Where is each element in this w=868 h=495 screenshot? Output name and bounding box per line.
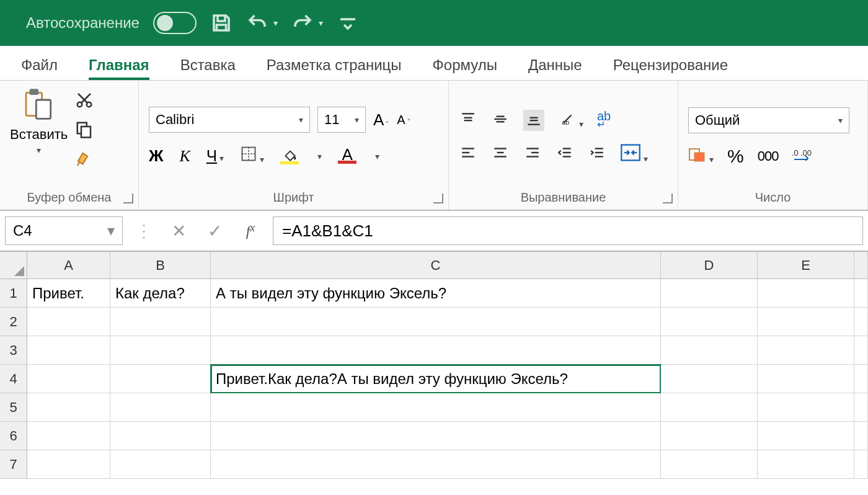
cell-E6[interactable] (758, 422, 854, 450)
align-right-icon[interactable] (523, 145, 542, 163)
format-painter-icon[interactable] (75, 150, 94, 169)
cell-A6[interactable] (27, 422, 110, 450)
cell-tail-2[interactable] (854, 308, 868, 336)
row-header-5[interactable]: 5 (0, 393, 27, 422)
fill-color-button[interactable] (280, 148, 299, 164)
align-middle-icon[interactable] (491, 111, 510, 130)
insert-function-icon[interactable]: fx (237, 223, 264, 239)
cell-tail-4[interactable] (854, 365, 868, 393)
autosave-toggle[interactable] (153, 12, 197, 34)
row-header-1[interactable]: 1 (0, 279, 27, 308)
cell-D5[interactable] (661, 393, 758, 422)
wrap-text-icon[interactable]: ab↵ (597, 112, 611, 129)
cell-B1[interactable]: Как дела? (110, 279, 211, 308)
cell-A1[interactable]: Привет. (27, 279, 110, 308)
col-header-a[interactable]: A (27, 252, 110, 279)
cell-D7[interactable] (661, 450, 758, 479)
decrease-font-icon[interactable]: A˅ (397, 113, 410, 127)
cell-C3[interactable] (211, 336, 661, 365)
save-icon[interactable] (210, 12, 232, 34)
name-box[interactable]: C4 ▾ (5, 216, 123, 245)
tab-review[interactable]: Рецензирование (613, 56, 728, 80)
cell-C2[interactable] (211, 308, 661, 336)
cell-tail-5[interactable] (854, 393, 868, 422)
paste-label[interactable]: Вставить (10, 127, 68, 143)
cell-E4[interactable] (758, 365, 854, 393)
cell-B3[interactable] (110, 336, 211, 365)
tab-page-layout[interactable]: Разметка страницы (267, 56, 402, 80)
tab-formulas[interactable]: Формулы (433, 56, 497, 80)
cell-B6[interactable] (110, 422, 211, 450)
paste-dropdown[interactable]: ▾ (37, 145, 41, 155)
cell-C6[interactable] (211, 422, 661, 450)
cell-tail-3[interactable] (854, 336, 868, 365)
increase-font-icon[interactable]: A˄ (373, 110, 389, 130)
fill-color-dropdown[interactable]: ▾ (317, 151, 322, 161)
formula-bar[interactable]: =A1&B1&C1 (273, 216, 863, 245)
cell-B4[interactable] (110, 365, 211, 393)
enter-formula-icon[interactable]: ✓ (201, 221, 228, 241)
percent-format-icon[interactable]: % (727, 146, 744, 167)
undo-dropdown[interactable]: ▾ (273, 18, 278, 28)
cell-A7[interactable] (27, 450, 110, 479)
cell-E7[interactable] (758, 450, 854, 479)
merge-cells-icon[interactable]: ▾ (620, 143, 648, 164)
col-header-c[interactable]: C (211, 252, 661, 279)
cell-C1[interactable]: А ты видел эту функцию Эксель? (211, 279, 661, 308)
redo-icon[interactable] (291, 12, 314, 34)
qat-customize-icon[interactable] (337, 12, 359, 34)
borders-button[interactable]: ▾ (240, 145, 264, 167)
row-header-2[interactable]: 2 (0, 308, 27, 336)
cell-B2[interactable] (110, 308, 211, 336)
col-header-d[interactable]: D (661, 252, 758, 279)
row-header-7[interactable]: 7 (0, 450, 27, 479)
accounting-format-icon[interactable]: ▾ (688, 146, 714, 166)
cell-tail-1[interactable] (854, 279, 868, 308)
cell-tail-7[interactable] (854, 450, 868, 479)
cell-D2[interactable] (661, 308, 758, 336)
cell-D4[interactable] (661, 365, 758, 393)
cell-A5[interactable] (27, 393, 110, 422)
cell-E5[interactable] (758, 393, 854, 422)
orientation-icon[interactable]: ab▾ (558, 111, 583, 130)
copy-icon[interactable] (75, 120, 94, 139)
cell-D1[interactable] (661, 279, 758, 308)
cancel-formula-icon[interactable]: ✕ (165, 221, 192, 241)
tab-home[interactable]: Главная (89, 56, 149, 80)
font-color-dropdown[interactable]: ▾ (375, 151, 379, 161)
col-header-b[interactable]: B (110, 252, 211, 279)
undo-icon[interactable] (246, 12, 268, 34)
cell-D3[interactable] (661, 336, 758, 365)
select-all-corner[interactable] (0, 252, 27, 279)
decrease-indent-icon[interactable] (556, 145, 574, 163)
row-header-6[interactable]: 6 (0, 422, 27, 450)
increase-indent-icon[interactable] (588, 145, 606, 163)
align-center-icon[interactable] (491, 145, 510, 163)
font-size-combo[interactable]: 11▾ (317, 107, 366, 133)
cell-C4[interactable]: Привет.Как дела?А ты видел эту функцию Э… (211, 365, 661, 393)
row-header-4[interactable]: 4 (0, 365, 27, 393)
tab-insert[interactable]: Вставка (180, 56, 236, 80)
cell-tail-6[interactable] (854, 422, 868, 450)
cell-E1[interactable] (758, 279, 854, 308)
cell-A3[interactable] (27, 336, 110, 365)
increase-decimal-icon[interactable]: .0.00 (792, 147, 813, 166)
cell-B7[interactable] (110, 450, 211, 479)
cell-E3[interactable] (758, 336, 854, 365)
underline-button[interactable]: Ч▾ (206, 146, 224, 166)
number-format-combo[interactable]: Общий▾ (688, 107, 849, 133)
cell-C7[interactable] (211, 450, 661, 479)
cut-icon[interactable] (75, 91, 94, 109)
cell-E2[interactable] (758, 308, 854, 336)
tab-data[interactable]: Данные (528, 56, 582, 80)
cell-D6[interactable] (661, 422, 758, 450)
align-top-icon[interactable] (459, 111, 477, 130)
align-left-icon[interactable] (459, 145, 477, 163)
redo-dropdown[interactable]: ▾ (319, 18, 323, 28)
font-color-button[interactable]: A (338, 148, 356, 164)
cell-B5[interactable] (110, 393, 211, 422)
italic-button[interactable]: К (180, 147, 190, 166)
cell-A4[interactable] (27, 365, 110, 393)
cell-A2[interactable] (27, 308, 110, 336)
bold-button[interactable]: Ж (149, 146, 164, 166)
